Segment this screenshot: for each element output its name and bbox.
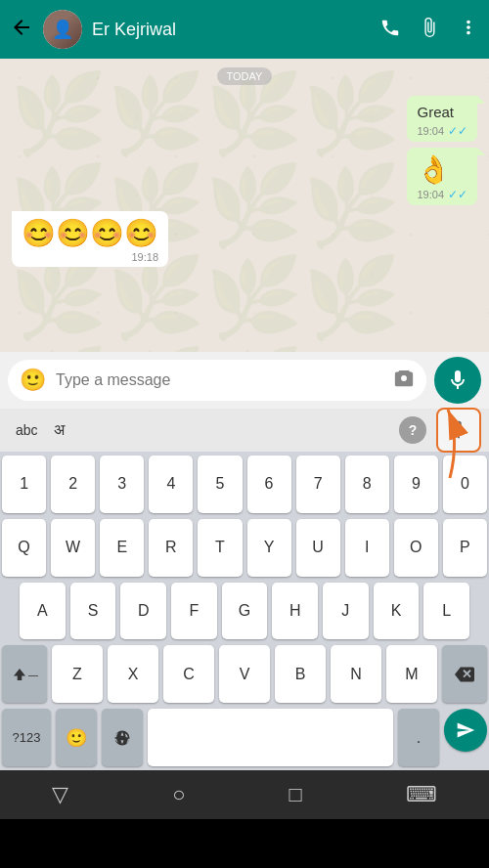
key-0[interactable]: 0 bbox=[443, 456, 487, 513]
key-z[interactable]: Z bbox=[52, 645, 103, 703]
key-c[interactable]: C bbox=[163, 645, 214, 703]
message-bubble: 😊😊😊😊 19:18 bbox=[12, 211, 168, 267]
voice-message-button[interactable] bbox=[434, 357, 481, 404]
keyboard-lang-hindi[interactable]: अ bbox=[46, 417, 72, 443]
key-d[interactable]: D bbox=[120, 583, 166, 640]
space-key[interactable] bbox=[148, 709, 393, 766]
key-m[interactable]: M bbox=[386, 645, 437, 703]
key-9[interactable]: 9 bbox=[394, 456, 438, 513]
message-text: Great bbox=[417, 104, 454, 120]
paperclip-icon[interactable] bbox=[419, 17, 440, 42]
key-5[interactable]: 5 bbox=[198, 456, 242, 513]
key-o[interactable]: O bbox=[394, 519, 438, 577]
bottom-row: ?123 🙂 . bbox=[2, 709, 487, 766]
date-divider: TODAY bbox=[217, 67, 273, 85]
avatar[interactable]: 👤 bbox=[43, 10, 82, 49]
send-key[interactable] bbox=[444, 709, 487, 752]
message-input[interactable] bbox=[56, 371, 383, 389]
keyboard-nav-button[interactable]: ⌨ bbox=[386, 774, 457, 815]
contact-name[interactable]: Er Kejriwal bbox=[92, 20, 370, 40]
keyboard-top-right: ? bbox=[399, 408, 481, 453]
key-x[interactable]: X bbox=[108, 645, 158, 703]
key-2[interactable]: 2 bbox=[51, 456, 95, 513]
message-time: 19:18 bbox=[131, 251, 158, 263]
key-r[interactable]: R bbox=[149, 519, 193, 577]
key-e[interactable]: E bbox=[100, 519, 144, 577]
shift-key[interactable]: — bbox=[2, 645, 47, 703]
key-y[interactable]: Y bbox=[247, 519, 291, 577]
key-h[interactable]: H bbox=[272, 583, 318, 640]
key-7[interactable]: 7 bbox=[296, 456, 340, 513]
chat-area: 🌿🌿🌿🌿🌿🌿🌿🌿🌿🌿🌿🌿🌿🌿🌿 TODAY Great 19:04 ✓✓ 👌 1… bbox=[0, 59, 489, 352]
key-u[interactable]: U bbox=[296, 519, 340, 577]
key-f[interactable]: F bbox=[171, 583, 217, 640]
symbols-key[interactable]: ?123 bbox=[2, 709, 51, 766]
back-icon[interactable] bbox=[10, 16, 33, 43]
key-b[interactable]: B bbox=[275, 645, 326, 703]
key-t[interactable]: T bbox=[198, 519, 242, 577]
more-icon[interactable] bbox=[458, 17, 479, 42]
period-key[interactable]: . bbox=[398, 709, 439, 766]
home-nav-button[interactable]: ○ bbox=[153, 774, 204, 815]
message-time: 19:04 bbox=[417, 189, 444, 200]
message-row: 👌 19:04 ✓✓ bbox=[12, 148, 477, 205]
key-g[interactable]: G bbox=[222, 583, 268, 640]
chat-header: 👤 Er Kejriwal bbox=[0, 0, 489, 59]
asdf-row: A S D F G H J K L bbox=[2, 583, 487, 640]
key-1[interactable]: 1 bbox=[2, 456, 46, 513]
message-input-area: 🙂 bbox=[0, 352, 489, 409]
key-l[interactable]: L bbox=[423, 583, 469, 640]
key-8[interactable]: 8 bbox=[345, 456, 389, 513]
keyboard-rows: 1 2 3 4 5 6 7 8 9 0 Q W E R T Y U I O P … bbox=[0, 452, 489, 770]
message-meta: 19:04 ✓✓ bbox=[417, 124, 467, 138]
key-a[interactable]: A bbox=[20, 583, 66, 640]
message-time: 19:04 bbox=[417, 125, 444, 137]
message-bubble: Great 19:04 ✓✓ bbox=[407, 96, 477, 142]
key-4[interactable]: 4 bbox=[149, 456, 193, 513]
read-ticks: ✓✓ bbox=[448, 188, 467, 201]
key-k[interactable]: K bbox=[374, 583, 420, 640]
camera-icon[interactable] bbox=[393, 368, 415, 394]
key-6[interactable]: 6 bbox=[247, 456, 291, 513]
bottom-navigation: ▽ ○ □ ⌨ bbox=[0, 770, 489, 819]
back-nav-button[interactable]: ▽ bbox=[32, 774, 88, 815]
keyboard: abc अ ? 1 2 3 4 5 6 7 8 9 0 Q W E R bbox=[0, 409, 489, 770]
header-actions bbox=[379, 17, 479, 42]
keyboard-voice-button[interactable] bbox=[436, 408, 481, 453]
keyboard-help-button[interactable]: ? bbox=[399, 416, 426, 444]
message-emoji: 😊😊😊😊 bbox=[22, 218, 158, 248]
message-meta: 19:18 bbox=[22, 251, 158, 263]
message-emoji: 👌 bbox=[417, 154, 451, 185]
key-w[interactable]: W bbox=[51, 519, 95, 577]
key-i[interactable]: I bbox=[345, 519, 389, 577]
zxcv-row: — Z X C V B N M bbox=[2, 645, 487, 703]
key-j[interactable]: J bbox=[323, 583, 369, 640]
backspace-key[interactable] bbox=[442, 645, 487, 703]
globe-key[interactable] bbox=[102, 709, 143, 766]
keyboard-toolbar: abc अ ? bbox=[0, 409, 489, 452]
message-bubble: 👌 19:04 ✓✓ bbox=[407, 148, 477, 205]
key-n[interactable]: N bbox=[331, 645, 381, 703]
qwerty-row: Q W E R T Y U I O P bbox=[2, 519, 487, 577]
message-meta: 19:04 ✓✓ bbox=[417, 188, 467, 201]
input-box: 🙂 bbox=[8, 360, 426, 401]
read-ticks: ✓✓ bbox=[448, 124, 467, 138]
key-s[interactable]: S bbox=[70, 583, 116, 640]
key-3[interactable]: 3 bbox=[100, 456, 144, 513]
emoji-key[interactable]: 🙂 bbox=[56, 709, 97, 766]
key-p[interactable]: P bbox=[443, 519, 487, 577]
phone-icon[interactable] bbox=[379, 17, 401, 42]
emoji-icon[interactable]: 🙂 bbox=[20, 368, 46, 393]
key-v[interactable]: V bbox=[219, 645, 270, 703]
key-q[interactable]: Q bbox=[2, 519, 46, 577]
message-row: Great 19:04 ✓✓ bbox=[12, 96, 477, 142]
keyboard-lang-abc[interactable]: abc bbox=[8, 418, 46, 442]
number-row: 1 2 3 4 5 6 7 8 9 0 bbox=[2, 456, 487, 513]
recents-nav-button[interactable]: □ bbox=[270, 774, 322, 815]
message-row: 😊😊😊😊 19:18 bbox=[12, 211, 477, 267]
